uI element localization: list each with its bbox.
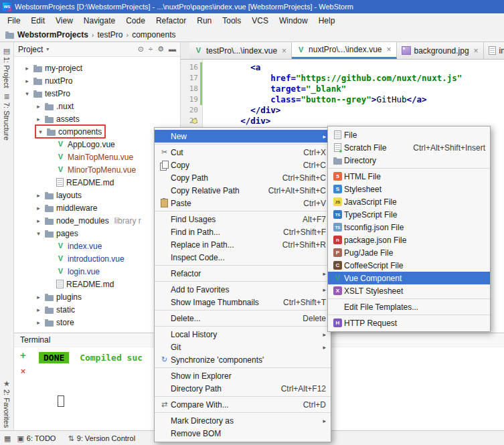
context-menu-item-refactor[interactable]: Refactor▸ — [155, 267, 331, 280]
context-menu-item-local-history[interactable]: Local History▸ — [155, 328, 331, 341]
tree-item-nuxt[interactable]: ▸.nuxt — [14, 100, 180, 112]
context-menu-item-cut[interactable]: ✂CutCtrl+X — [155, 146, 331, 159]
collapsed-arrow-icon[interactable]: ▸ — [35, 306, 42, 313]
menu-item-label: Local History — [171, 330, 319, 339]
new-submenu-item-typescript-file[interactable]: TSTypeScript File — [328, 208, 490, 221]
context-menu-item-replace-in-path[interactable]: Replace in Path...Ctrl+Shift+R — [155, 238, 331, 251]
new-submenu-item-stylesheet[interactable]: SStylesheet — [328, 183, 490, 195]
close-icon[interactable]: × — [474, 46, 479, 56]
collapsed-arrow-icon[interactable]: ▸ — [23, 78, 31, 84]
statusbar-9-version-control[interactable]: ⇅9: Version Control — [62, 434, 141, 443]
collapsed-arrow-icon[interactable]: ▸ — [35, 116, 42, 122]
tool-window-switcher-icon[interactable]: ▦ — [4, 434, 11, 443]
tree-item-assets[interactable]: ▸assets — [14, 112, 180, 125]
context-menu-item-inspect-code[interactable]: Inspect Code... — [155, 251, 331, 264]
collapse-all-icon[interactable]: ÷ — [149, 46, 153, 53]
menu-item-icon-slot: ✂ — [158, 149, 171, 156]
new-submenu-item-scratch-file[interactable]: Scratch FileCtrl+Alt+Shift+Insert — [328, 141, 490, 154]
context-menu-item-directory-path[interactable]: Directory PathCtrl+Alt+F12 — [155, 382, 331, 395]
editor-tab-background-jpg[interactable]: background.jpg× — [397, 42, 484, 59]
breadcrumb-components[interactable]: components — [132, 30, 175, 39]
context-menu-item-copy[interactable]: CopyCtrl+C — [155, 159, 331, 171]
tree-item-my-project[interactable]: ▸my-project — [14, 62, 180, 74]
menubar-file[interactable]: File — [2, 13, 25, 28]
new-session-plus-icon[interactable]: + — [20, 350, 26, 360]
close-icon[interactable]: × — [282, 46, 286, 56]
menubar-vcs[interactable]: VCS — [246, 13, 274, 28]
context-menu-item-show-in-explorer[interactable]: Show in Explorer — [155, 369, 331, 382]
context-menu-item-show-image-thumbnails[interactable]: Show Image ThumbnailsCtrl+Shift+T — [155, 296, 331, 308]
statusbar-6-todo[interactable]: ▣6: TODO — [11, 434, 62, 443]
new-submenu-item-html-file[interactable]: 5HTML File — [328, 170, 490, 183]
paste-icon — [161, 199, 168, 207]
close-session-icon[interactable]: × — [21, 367, 26, 375]
menubar-view[interactable]: View — [50, 13, 78, 28]
context-menu-item-synchronize-components[interactable]: ↻Synchronize 'components' — [155, 353, 331, 366]
context-menu-item-find-usages[interactable]: Find UsagesAlt+F7 — [155, 213, 331, 226]
menubar-refactor[interactable]: Refactor — [151, 13, 191, 28]
menubar-tools[interactable]: Tools — [217, 13, 246, 28]
context-menu-item-new[interactable]: New▸ — [155, 130, 331, 143]
new-submenu-item-pug-jade-file[interactable]: PPug/Jade File — [328, 246, 490, 259]
collapsed-arrow-icon[interactable]: ▸ — [35, 205, 42, 211]
tool-button-2-favorites[interactable]: ★2: Favorites — [3, 380, 11, 428]
collapsed-arrow-icon[interactable]: ▸ — [35, 217, 42, 224]
new-submenu-item-package-json-file[interactable]: npackage.json File — [328, 234, 490, 246]
collapsed-arrow-icon[interactable]: ▸ — [35, 319, 42, 326]
editor-tab-nuxtpro-index-vue[interactable]: VnuxtPro\...\index.vue× — [292, 42, 396, 59]
menubar-run[interactable]: Run — [191, 13, 217, 28]
project-panel-title: Project — [18, 45, 43, 54]
tool-button-1-project[interactable]: ▤1: Project — [3, 48, 11, 88]
menubar-navigate[interactable]: Navigate — [78, 13, 120, 28]
context-menu-item-mark-directory-as[interactable]: Mark Directory as▸ — [155, 414, 331, 427]
close-icon[interactable]: × — [386, 45, 391, 54]
code-line: </div> — [203, 116, 504, 126]
context-menu-item-git[interactable]: Git▸ — [155, 341, 331, 353]
context-menu-item-remove-bom[interactable]: Remove BOM — [155, 427, 331, 440]
collapsed-arrow-icon[interactable]: ▸ — [23, 65, 31, 72]
new-submenu-item-file[interactable]: File — [328, 128, 490, 141]
collapsed-arrow-icon[interactable]: ▸ — [35, 294, 42, 300]
new-submenu-item-xslt-stylesheet[interactable]: XXSLT Stylesheet — [328, 284, 490, 297]
context-menu-item-copy-path[interactable]: Copy PathCtrl+Shift+C — [155, 171, 331, 184]
context-menu-item-copy-relative-path[interactable]: Copy Relative PathCtrl+Alt+Shift+C — [155, 184, 331, 197]
new-submenu-item-vue-component[interactable]: VVue Component — [328, 272, 490, 284]
tool-button-7-structure[interactable]: ≣7: Structure — [3, 93, 11, 141]
new-submenu-item-tsconfig-json-file[interactable]: TStsconfig.json File — [328, 221, 490, 234]
context-menu-item-delete[interactable]: Delete...Delete — [155, 312, 331, 325]
gutter-bulb-icon[interactable] — [192, 118, 197, 124]
breadcrumb-webstormprojects[interactable]: WebstormProjects — [17, 30, 88, 39]
breadcrumb-testpro[interactable]: testPro — [97, 30, 122, 39]
code-token: href — [270, 73, 290, 83]
expanded-arrow-icon[interactable]: ▾ — [35, 230, 42, 237]
new-submenu-item-edit-file-templates[interactable]: Edit File Templates... — [328, 300, 490, 313]
tree-row-inner: Vindex.vue — [46, 240, 102, 252]
menu-item-icon-slot: H — [331, 319, 344, 327]
tree-item-testpro[interactable]: ▾testPro — [14, 87, 180, 100]
menubar-edit[interactable]: Edit — [25, 13, 50, 28]
dropdown-caret-icon[interactable]: ▾ — [46, 46, 49, 52]
new-submenu-item-http-request[interactable]: HHTTP Request — [328, 317, 490, 329]
collapsed-arrow-icon[interactable]: ▸ — [35, 103, 42, 110]
hide-panel-icon[interactable]: ▬ — [169, 46, 176, 53]
context-menu-item-add-to-favorites[interactable]: Add to Favorites▸ — [155, 283, 331, 296]
expanded-arrow-icon[interactable]: ▾ — [37, 128, 44, 135]
editor-tab-testpro-index-vue[interactable]: VtestPro\...\index.vue× — [189, 42, 292, 59]
settings-gear-icon[interactable]: ⚙ — [157, 46, 164, 53]
new-submenu-item-coffeescript-file[interactable]: CCoffeeScript File — [328, 259, 490, 272]
collapsed-arrow-icon[interactable]: ▸ — [35, 192, 42, 199]
menu-item-shortcut: Ctrl+X — [303, 148, 326, 157]
code-token: "button--grey" — [301, 94, 371, 104]
new-submenu-item-javascript-file[interactable]: JSJavaScript File — [328, 195, 490, 208]
expanded-arrow-icon[interactable]: ▾ — [23, 90, 31, 97]
editor-tab-intro[interactable]: intro× — [484, 42, 504, 59]
context-menu-item-find-in-path[interactable]: Find in Path...Ctrl+Shift+F — [155, 226, 331, 238]
menubar-help[interactable]: Help — [313, 13, 341, 28]
locate-icon[interactable]: ⊙ — [138, 46, 144, 53]
menubar-window[interactable]: Window — [274, 13, 313, 28]
context-menu-item-paste[interactable]: PasteCtrl+V — [155, 197, 331, 209]
tree-item-nuxtpro[interactable]: ▸nuxtPro — [14, 74, 180, 87]
new-submenu-item-directory[interactable]: Directory — [328, 154, 490, 167]
menubar-code[interactable]: Code — [120, 13, 151, 28]
context-menu-item-compare-with[interactable]: ⇄Compare With...Ctrl+D — [155, 398, 331, 411]
